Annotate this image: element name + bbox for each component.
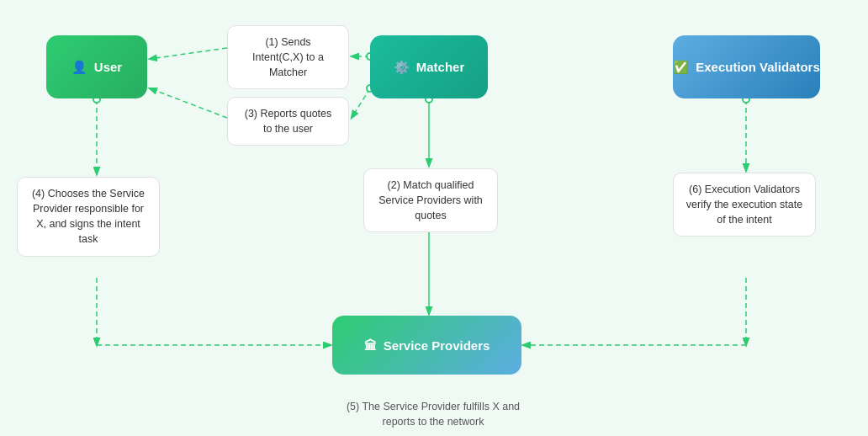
sends-intent-label: (1) Sends Intent(C,X) to a Matcher	[227, 25, 349, 89]
matcher-node: ⚙️ Matcher	[370, 35, 488, 98]
matcher-icon: ⚙️	[394, 60, 410, 75]
diagram: 👤 User ⚙️ Matcher ✅ Execution Validators…	[0, 0, 868, 436]
reports-quotes-label: (3) Reports quotes to the user	[227, 97, 349, 146]
service-providers-label: Service Providers	[384, 338, 490, 353]
service-providers-node: 🏛 Service Providers	[332, 316, 521, 375]
matcher-label: Matcher	[416, 60, 465, 74]
exec-validators-node: ✅ Execution Validators	[673, 35, 820, 98]
exec-verify-label: (6) Execution Validators verify the exec…	[673, 173, 816, 237]
user-icon: 👤	[71, 60, 87, 75]
chooses-label: (4) Chooses the Service Provider respons…	[17, 177, 160, 257]
svg-line-5	[150, 88, 227, 118]
fulfills-label: (5) The Service Provider fulfills X and …	[324, 391, 542, 436]
svg-line-3	[150, 48, 227, 59]
user-label: User	[94, 60, 122, 74]
exec-validators-icon: ✅	[673, 60, 689, 75]
user-node: 👤 User	[46, 35, 147, 98]
service-providers-icon: 🏛	[364, 338, 377, 353]
match-qualified-label: (2) Match qualified Service Providers wi…	[363, 168, 498, 232]
exec-validators-label: Execution Validators	[696, 60, 820, 74]
svg-line-4	[352, 88, 370, 118]
